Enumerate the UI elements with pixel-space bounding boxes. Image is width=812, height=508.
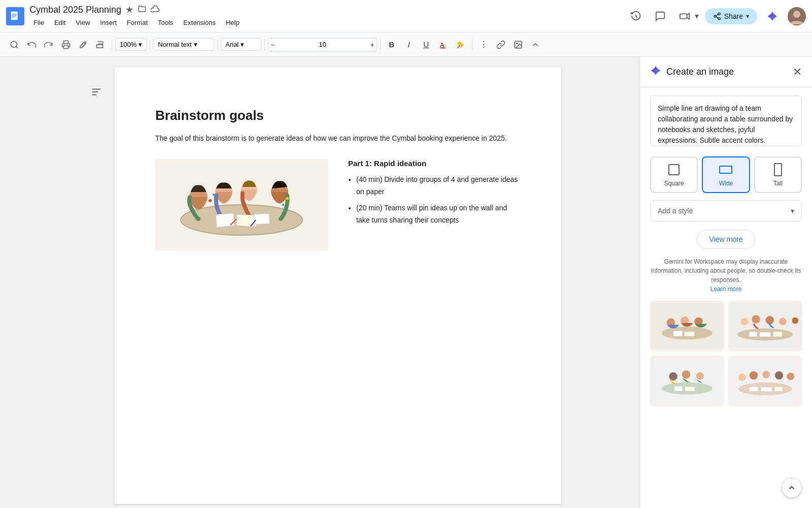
svg-point-36 (286, 197, 289, 200)
svg-rect-55 (749, 332, 757, 337)
insert-link-btn[interactable] (493, 37, 509, 53)
svg-point-19 (516, 43, 517, 44)
menu-extensions[interactable]: Extensions (179, 17, 220, 28)
panel-close-btn[interactable]: ✕ (793, 66, 802, 79)
svg-rect-16 (440, 47, 446, 48)
history-button[interactable] (627, 7, 645, 25)
separator-2 (150, 40, 150, 50)
image-results-grid (650, 301, 802, 406)
svg-line-8 (716, 17, 718, 18)
spellcheck-btn[interactable] (75, 37, 91, 53)
svg-point-52 (765, 316, 773, 324)
svg-rect-39 (720, 166, 732, 173)
svg-rect-47 (684, 332, 694, 336)
share-label: Share (724, 12, 743, 20)
video-dropdown-icon[interactable]: ▾ (695, 11, 699, 21)
doc-app-icon (6, 7, 24, 25)
gemini-button[interactable] (763, 7, 782, 25)
image-thumb-3[interactable] (650, 356, 724, 406)
search-toolbar-btn[interactable] (6, 37, 22, 53)
shape-square-option[interactable]: Square (650, 156, 698, 193)
menu-format[interactable]: Format (123, 17, 152, 28)
redo-btn[interactable] (41, 37, 57, 53)
svg-rect-40 (774, 164, 782, 176)
view-more-btn[interactable]: View more (697, 230, 756, 249)
folder-icon[interactable] (138, 4, 147, 16)
shape-selector: Square Wide Tall (650, 156, 802, 193)
svg-line-9 (716, 14, 718, 16)
menu-edit[interactable]: Edit (50, 17, 70, 28)
menu-insert[interactable]: Insert (96, 17, 121, 28)
svg-rect-57 (773, 332, 782, 337)
print-btn[interactable] (58, 37, 74, 53)
svg-point-5 (718, 13, 720, 15)
zoom-selector[interactable]: 100% ▾ (115, 38, 147, 51)
svg-rect-56 (759, 332, 770, 337)
doc-body-text[interactable]: The goal of this brainstorm is to genera… (155, 133, 521, 144)
font-dropdown-icon: ▾ (241, 41, 244, 48)
user-avatar[interactable] (788, 7, 806, 25)
comment-button[interactable] (651, 7, 669, 25)
italic-btn[interactable]: I (401, 37, 417, 53)
svg-point-51 (752, 315, 760, 323)
top-bar: Cymbal 2025 Planning ★ File Edit View In… (0, 0, 812, 33)
doc-heading[interactable]: Brainstorm goals (155, 108, 521, 123)
menu-help[interactable]: Help (222, 17, 244, 28)
more-format-btn[interactable]: ⋮ (476, 37, 492, 53)
svg-rect-46 (673, 331, 682, 336)
font-size-increase-btn[interactable]: + (368, 39, 376, 51)
svg-rect-73 (760, 387, 772, 392)
learn-more-link[interactable]: Learn more (710, 285, 741, 293)
share-button[interactable]: Share ▾ (705, 8, 757, 24)
doc-part-title[interactable]: Part 1: Rapid ideation (348, 159, 521, 168)
shape-tall-option[interactable]: Tall (754, 156, 802, 193)
shape-wide-option[interactable]: Wide (702, 156, 750, 193)
svg-point-70 (774, 371, 783, 379)
style-selector-dropdown[interactable]: Add a style ▾ (650, 200, 802, 221)
scroll-to-top-btn[interactable] (782, 478, 802, 498)
image-prompt-input[interactable] (650, 96, 802, 146)
toolbar: 100% ▾ Normal text ▾ Arial ▾ − + B I U A… (0, 33, 812, 57)
image-thumb-4[interactable] (728, 356, 802, 406)
shape-square-label: Square (664, 180, 684, 187)
highlight-btn[interactable] (453, 37, 469, 53)
svg-point-68 (749, 371, 757, 379)
font-size-area: − + (268, 38, 377, 51)
style-value: Normal text (158, 41, 191, 48)
menu-tools[interactable]: Tools (154, 17, 177, 28)
zoom-value: 100% (120, 41, 137, 48)
collapse-toolbar-btn[interactable] (527, 37, 544, 53)
font-selector[interactable]: Arial ▾ (221, 38, 261, 51)
bullet-item-1[interactable]: (40 min) Divide into groups of 4 and gen… (356, 174, 521, 198)
star-icon[interactable]: ★ (125, 4, 133, 15)
paint-format-btn[interactable] (92, 37, 109, 53)
svg-rect-63 (674, 386, 682, 391)
text-color-btn[interactable]: A (435, 37, 452, 53)
doc-team-image[interactable] (155, 159, 328, 250)
bold-btn[interactable]: B (384, 37, 400, 53)
zoom-dropdown-icon: ▾ (139, 41, 142, 48)
share-dropdown-icon[interactable]: ▾ (746, 13, 749, 20)
svg-point-7 (718, 17, 720, 19)
bullet-item-2[interactable]: (20 min) Teams will pin ideas up on the … (356, 202, 521, 227)
document-area[interactable]: Brainstorm goals The goal of this brains… (0, 57, 639, 508)
outline-toggle[interactable] (87, 82, 106, 104)
image-thumb-1[interactable] (650, 301, 724, 352)
doc-two-column: Part 1: Rapid ideation (40 min) Divide i… (155, 159, 521, 250)
insert-image-btn[interactable] (510, 37, 526, 53)
image-thumb-2[interactable] (728, 301, 802, 352)
svg-point-12 (11, 41, 17, 47)
menu-view[interactable]: View (72, 17, 94, 28)
undo-btn[interactable] (23, 37, 40, 53)
document-page: Brainstorm goals The goal of this brains… (115, 67, 561, 504)
doc-left-margin (78, 67, 115, 498)
underline-btn[interactable]: U (418, 37, 434, 53)
paragraph-style-selector[interactable]: Normal text ▾ (153, 38, 214, 51)
font-size-input[interactable] (277, 39, 368, 50)
menu-file[interactable]: File (29, 17, 48, 28)
video-button[interactable] (675, 7, 694, 25)
doc-bullet-list: (40 min) Divide into groups of 4 and gen… (348, 174, 521, 226)
cloud-icon[interactable] (151, 4, 160, 16)
font-size-decrease-btn[interactable]: − (268, 39, 277, 51)
svg-rect-64 (685, 387, 695, 391)
